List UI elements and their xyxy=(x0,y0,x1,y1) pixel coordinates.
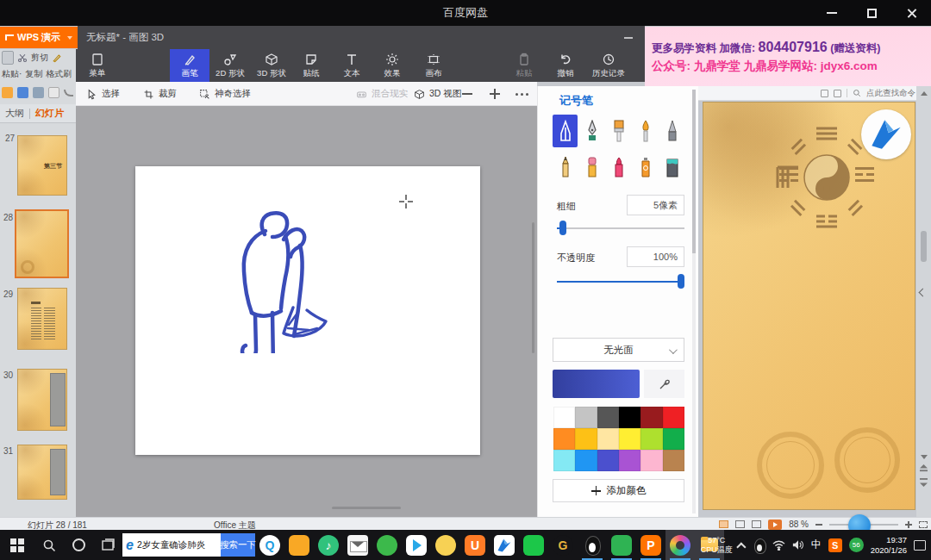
slide-thumbnail-28[interactable] xyxy=(15,209,69,278)
zoom-out-button[interactable] xyxy=(462,93,472,95)
open-folder-icon[interactable] xyxy=(2,87,13,98)
brush-pencil[interactable] xyxy=(553,151,578,184)
opacity-value-input[interactable]: 100% xyxy=(627,246,684,267)
scroll-up-icon[interactable] xyxy=(921,91,928,96)
stickers-button[interactable]: 贴纸 xyxy=(291,49,332,82)
toolbar-mini-icon[interactable] xyxy=(821,90,828,97)
task-view-button[interactable] xyxy=(93,530,122,560)
tab-slides[interactable]: 幻灯片 xyxy=(35,107,64,120)
find-command-hint[interactable]: 点此查找命令 xyxy=(866,88,915,99)
slide-thumbnail-30[interactable] xyxy=(17,369,67,431)
green-circle-app-icon[interactable] xyxy=(372,530,402,560)
3d-view-tool[interactable]: 3D 视图 xyxy=(414,82,461,106)
uc-browser-icon[interactable]: U xyxy=(460,530,490,560)
fit-slide-button[interactable] xyxy=(919,521,928,528)
palette-swatch[interactable] xyxy=(553,407,575,428)
save-icon[interactable] xyxy=(17,87,28,98)
paste-label[interactable]: 粘贴· xyxy=(2,68,22,80)
qq-icon[interactable] xyxy=(578,530,607,560)
taskbar-news-search[interactable]: e 2岁女童确诊肺炎 xyxy=(122,533,221,557)
brush-oil[interactable] xyxy=(606,115,631,147)
iqiyi-icon[interactable] xyxy=(519,530,548,560)
zoom-in-button[interactable] xyxy=(490,89,500,99)
palette-swatch[interactable] xyxy=(575,450,597,471)
brush-calligraphy-pen[interactable] xyxy=(579,115,604,147)
undo-icon[interactable] xyxy=(64,90,73,96)
qq-browser-icon[interactable]: Q xyxy=(255,530,284,560)
brush-pixel-pen[interactable] xyxy=(659,115,684,147)
qq-music-icon[interactable]: ♪ xyxy=(314,530,343,560)
brush-eraser[interactable] xyxy=(579,151,604,184)
more-options-button[interactable] xyxy=(515,93,531,96)
collapse-chevron-icon[interactable] xyxy=(919,289,928,297)
slide-sorter-view-button[interactable] xyxy=(735,520,745,528)
paste-icon[interactable] xyxy=(2,51,14,65)
canvas-horizontal-scrollbar[interactable] xyxy=(332,507,401,509)
scrollbar-thumb[interactable] xyxy=(921,231,927,262)
undo-button[interactable]: 撤销 xyxy=(545,49,586,82)
ime-indicator[interactable]: 中 xyxy=(811,538,822,552)
palette-swatch[interactable] xyxy=(619,407,640,428)
export-icon[interactable] xyxy=(48,87,59,98)
text-button[interactable]: 文本 xyxy=(331,49,372,82)
print-icon[interactable] xyxy=(33,87,44,98)
history-button[interactable]: 历史记录 xyxy=(584,49,633,82)
cortana-button[interactable] xyxy=(64,530,93,560)
tab-outline[interactable]: 大纲 xyxy=(5,107,24,120)
minimize-button[interactable] xyxy=(812,0,852,26)
palette-swatch[interactable] xyxy=(597,407,619,428)
main-slide[interactable] xyxy=(703,102,915,510)
drawing-canvas[interactable] xyxy=(135,166,480,455)
palette-swatch[interactable] xyxy=(597,450,619,471)
brush-fill-tank[interactable] xyxy=(659,151,684,184)
wifi-icon[interactable] xyxy=(772,540,785,551)
brush-watercolor[interactable] xyxy=(633,115,658,147)
action-center-icon[interactable] xyxy=(914,540,926,551)
normal-view-button[interactable] xyxy=(719,520,728,528)
cpu-temp-widget[interactable]: 57°C CPU温度 xyxy=(701,536,733,555)
scroll-down-icon[interactable] xyxy=(921,455,928,459)
opacity-slider[interactable] xyxy=(557,274,684,289)
green-tray-badge[interactable]: 56 xyxy=(849,538,864,552)
crop-tool[interactable]: 裁剪 xyxy=(143,82,177,106)
cut-label[interactable]: 剪切 xyxy=(31,52,48,64)
palette-swatch[interactable] xyxy=(663,450,684,471)
appstore-icon[interactable] xyxy=(284,530,314,560)
speaker-icon[interactable] xyxy=(792,539,804,551)
zoom-out-button[interactable] xyxy=(815,524,822,526)
close-button[interactable] xyxy=(891,0,931,26)
slide-thumbnail-31[interactable] xyxy=(17,445,67,500)
start-button[interactable] xyxy=(0,530,34,560)
palette-swatch[interactable] xyxy=(619,450,640,471)
reading-view-button[interactable] xyxy=(752,520,761,528)
palette-swatch[interactable] xyxy=(575,428,597,450)
wps-presentation-tab[interactable]: WPS 演示 xyxy=(0,27,78,48)
brush-spray-can[interactable] xyxy=(633,151,658,184)
brushes-button[interactable]: 画笔 xyxy=(170,49,209,82)
format-painter-label[interactable]: 格式刷 xyxy=(46,68,72,80)
brush-crayon[interactable] xyxy=(606,151,631,184)
search-now-button[interactable]: 搜索一下 xyxy=(221,533,255,557)
tray-qq-icon[interactable] xyxy=(753,538,765,552)
slideshow-button[interactable] xyxy=(768,520,782,530)
palette-swatch[interactable] xyxy=(619,428,640,450)
shapes-3d-button[interactable]: 3D 形状 xyxy=(251,49,292,82)
maximize-button[interactable] xyxy=(852,0,891,26)
eyedropper-button[interactable] xyxy=(644,370,684,398)
palette-swatch[interactable] xyxy=(663,428,684,450)
palette-swatch[interactable] xyxy=(640,450,662,471)
sogou-icon[interactable]: S xyxy=(828,538,842,552)
canvas-button[interactable]: 画布 xyxy=(413,49,454,82)
tencent-video-icon[interactable] xyxy=(402,530,431,560)
slide-thumbnail-27[interactable]: 第三节 xyxy=(17,135,67,196)
thickness-value-input[interactable]: 5像素 xyxy=(627,195,684,215)
green-app-icon[interactable] xyxy=(607,530,636,560)
next-slide-icon[interactable] xyxy=(920,478,928,487)
tray-expand-chevron-icon[interactable] xyxy=(736,542,746,551)
wangwang-icon[interactable] xyxy=(431,530,460,560)
bluebird-app-icon[interactable] xyxy=(490,530,519,560)
panel-scrollbar[interactable] xyxy=(692,90,696,513)
canvas-vertical-scrollbar[interactable] xyxy=(532,222,534,353)
zoom-slider[interactable] xyxy=(829,524,898,526)
mail-icon[interactable] xyxy=(343,530,372,560)
